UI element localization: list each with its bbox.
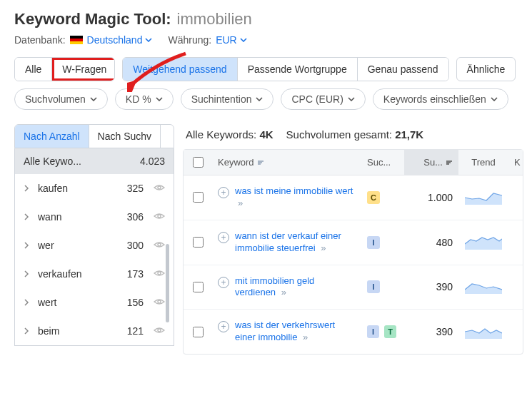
scrollbar-thumb[interactable] <box>166 244 169 322</box>
page-title: Keyword Magic Tool: <box>14 10 171 29</box>
keyword-link[interactable]: +was ist der verkehrswert einer immobili… <box>218 320 356 344</box>
tab-alle[interactable]: Alle <box>15 58 52 81</box>
stats-all-value: 4K <box>259 128 273 141</box>
intent-badge: T <box>384 325 396 338</box>
plus-circle-icon[interactable]: + <box>218 187 229 198</box>
filter-chip[interactable]: Suchvolumen <box>14 88 108 110</box>
sidebar-item-count: 173 <box>127 268 144 280</box>
filter-label: Keywords einschließen <box>383 93 486 105</box>
sidebar-item[interactable]: kaufen325 <box>15 174 174 203</box>
col-header-intent[interactable]: Suc... <box>361 150 404 175</box>
row-select[interactable] <box>184 272 212 302</box>
filter-chip[interactable]: Keywords einschließen <box>373 88 508 110</box>
intent-badge: C <box>367 191 380 204</box>
double-chevron-right-icon: » <box>303 332 308 342</box>
svg-point-5 <box>158 329 161 332</box>
row-checkbox[interactable] <box>193 192 204 203</box>
flag-germany-icon <box>70 36 83 44</box>
double-chevron-right-icon: » <box>281 287 286 297</box>
eye-icon[interactable] <box>154 297 165 308</box>
chevron-down-icon <box>145 38 152 42</box>
keyword-text: was ist meine immobilie wert » <box>235 185 356 210</box>
sidebar-item[interactable]: verkaufen173 <box>15 260 174 288</box>
filter-chip[interactable]: Suchintention <box>181 88 274 110</box>
table-row: +wann ist der verkauf einer immobilie st… <box>184 220 523 265</box>
tab-broad-match[interactable]: Weitgehend passend <box>123 58 237 81</box>
filter-label: CPC (EUR) <box>291 93 343 105</box>
double-chevron-right-icon: » <box>238 198 243 208</box>
currency-selector[interactable]: EUR <box>216 34 247 46</box>
sidebar-item[interactable]: wer300 <box>15 231 174 260</box>
chevron-down-icon <box>348 97 355 101</box>
plus-circle-icon[interactable]: + <box>218 321 229 332</box>
table-row: +was ist der verkehrswert einer immobili… <box>184 310 523 354</box>
intent-badge: I <box>367 280 380 293</box>
sidebar-tab-by-volume[interactable]: Nach Suchv <box>89 125 161 148</box>
eye-icon[interactable] <box>154 183 165 194</box>
row-select[interactable] <box>184 182 212 213</box>
chevron-down-icon <box>256 97 263 101</box>
tab-similar[interactable]: Ähnliche <box>456 57 516 81</box>
database-label: Datenbank: <box>14 34 66 46</box>
tab-exact-match[interactable]: Genau passend <box>358 58 448 81</box>
sparkline-icon <box>465 235 502 250</box>
stats-all-label: Alle Keywords: <box>186 128 256 141</box>
sidebar-tab-by-count[interactable]: Nach Anzahl <box>15 125 89 148</box>
row-select[interactable] <box>184 227 212 258</box>
trend-cell <box>458 315 508 349</box>
col-intent-label: Suc... <box>367 157 391 168</box>
col-header-select-all[interactable] <box>184 150 212 175</box>
k-cell <box>508 233 523 253</box>
svg-point-0 <box>158 186 161 189</box>
col-header-keyword[interactable]: Keyword <box>212 150 361 175</box>
currency-label: Währung: <box>168 34 211 46</box>
sidebar-item-count: 156 <box>127 297 144 308</box>
keyword-link[interactable]: +wann ist der verkauf einer immobilie st… <box>218 230 356 255</box>
title-keyword: immobilien <box>177 10 252 29</box>
trend-cell <box>458 180 508 215</box>
plus-circle-icon[interactable]: + <box>218 277 229 288</box>
keyword-link[interactable]: +mit immobilien geld verdienen » <box>218 275 356 300</box>
eye-icon[interactable] <box>154 325 165 337</box>
row-checkbox[interactable] <box>193 327 204 337</box>
filter-chip[interactable]: KD % <box>115 88 174 110</box>
sidebar-item[interactable]: wert156 <box>15 288 174 317</box>
col-header-volume[interactable]: Su... <box>404 150 458 175</box>
volume-value: 390 <box>436 326 453 337</box>
eye-icon[interactable] <box>154 268 165 280</box>
select-all-checkbox[interactable] <box>193 157 204 168</box>
k-cell <box>508 188 523 208</box>
sidebar-item[interactable]: beim121 <box>15 317 174 345</box>
sort-icon <box>446 159 453 166</box>
filter-label: Suchintention <box>191 93 252 105</box>
eye-icon[interactable] <box>154 211 165 223</box>
intent-badge: I <box>367 325 379 338</box>
tab-phrase-match[interactable]: Passende Wortgruppe <box>238 58 358 81</box>
chevron-right-icon <box>24 183 32 194</box>
keyword-text: wann ist der verkauf einer immobilie ste… <box>235 230 356 255</box>
sparkline-icon <box>465 190 502 205</box>
col-header-trend[interactable]: Trend <box>458 150 508 175</box>
sidebar-header-label: Alle Keywo... <box>24 156 81 167</box>
volume-value: 390 <box>436 281 453 292</box>
chevron-right-icon <box>24 211 32 223</box>
filter-label: KD % <box>126 93 151 105</box>
intent-badge: I <box>367 236 380 249</box>
stats-vol-label: Suchvolumen gesamt: <box>286 128 392 141</box>
sidebar-item-label: wann <box>38 211 121 223</box>
row-checkbox[interactable] <box>193 237 204 248</box>
tab-w-fragen[interactable]: W-Fragen <box>52 58 114 81</box>
sidebar-item-label: wert <box>38 297 121 308</box>
stats-vol-value: 21,7K <box>395 128 423 141</box>
chevron-down-icon <box>156 97 163 101</box>
row-checkbox[interactable] <box>193 282 204 292</box>
database-selector[interactable]: Deutschland <box>87 34 153 46</box>
filter-chip[interactable]: CPC (EUR) <box>281 88 365 110</box>
row-select[interactable] <box>184 317 212 347</box>
eye-icon[interactable] <box>154 240 165 251</box>
col-header-k[interactable]: K <box>508 150 523 175</box>
plus-circle-icon[interactable]: + <box>218 232 229 243</box>
keyword-link[interactable]: +was ist meine immobilie wert » <box>218 185 356 210</box>
sidebar-item[interactable]: wann306 <box>15 203 174 231</box>
sidebar-item-count: 121 <box>127 325 144 337</box>
